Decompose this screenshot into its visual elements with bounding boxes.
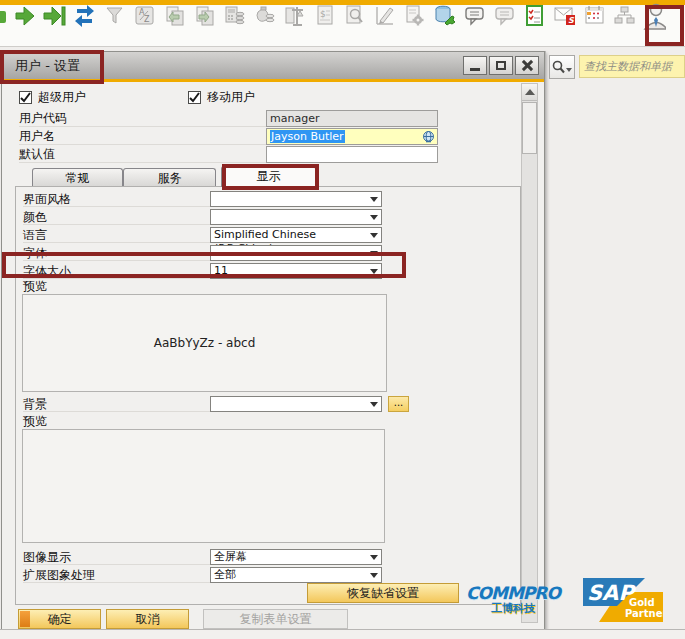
copy-form-settings-button: 复制表单设置 bbox=[203, 609, 348, 629]
commpro-logo: COMMPRO 工博科技 bbox=[458, 583, 568, 616]
font-size-dropdown[interactable]: 11 bbox=[210, 263, 382, 279]
tab-general[interactable]: 常规 bbox=[32, 168, 123, 187]
globe-icon[interactable] bbox=[422, 130, 435, 147]
image-display-label: 图像显示 bbox=[23, 549, 210, 565]
search-icon bbox=[552, 60, 565, 74]
preview-label: 预览 bbox=[23, 414, 47, 429]
chevron-down-icon bbox=[370, 251, 378, 256]
tab-display[interactable]: 显示 bbox=[221, 166, 316, 187]
svg-text:Z: Z bbox=[144, 15, 150, 24]
superuser-label: 超级用户 bbox=[38, 89, 86, 106]
color-dropdown[interactable] bbox=[210, 209, 382, 225]
org-chart-icon[interactable] bbox=[613, 1, 636, 31]
gross-profit-icon[interactable] bbox=[253, 1, 276, 31]
ext-image-dropdown[interactable]: 全部 bbox=[210, 567, 382, 583]
maximize-button[interactable] bbox=[489, 56, 513, 75]
mobile-user-label: 移动用户 bbox=[207, 89, 255, 106]
toolbar: AZ $ bbox=[0, 0, 685, 47]
print-preview-search-icon[interactable] bbox=[343, 1, 366, 31]
copy-from-document-icon[interactable] bbox=[163, 1, 186, 31]
language-dropdown[interactable]: Simplified Chinese (P.R.China) bbox=[210, 227, 382, 243]
ok-button[interactable]: 确定 bbox=[18, 609, 101, 629]
chevron-down-icon bbox=[370, 197, 378, 202]
sap-gold-partner-logo: SAP Gold Partner bbox=[583, 574, 663, 629]
background-dropdown[interactable] bbox=[210, 396, 382, 412]
user-name-label: 用户名 bbox=[19, 128, 266, 145]
maximize-icon bbox=[496, 61, 506, 70]
query-tools-icon[interactable] bbox=[433, 1, 456, 31]
svg-text:Partner: Partner bbox=[625, 608, 663, 619]
font-preview-sample: AaBbYyZz - abcd bbox=[154, 336, 256, 350]
vertical-scrollbar[interactable] bbox=[521, 83, 538, 623]
chevron-down-icon bbox=[370, 402, 378, 407]
font-size-label: 字体大小 bbox=[23, 263, 210, 279]
color-label: 颜色 bbox=[23, 209, 210, 225]
svg-text:$: $ bbox=[320, 9, 326, 19]
user-setup-dialog: 用户 - 设置 超级用户 移动用户 用户代码 manager 用户名 Jayso… bbox=[1, 51, 545, 630]
ui-style-dropdown[interactable] bbox=[210, 191, 382, 207]
chevron-down-icon bbox=[370, 269, 378, 274]
close-icon bbox=[522, 60, 533, 71]
prev-arrow-fragment-icon[interactable] bbox=[0, 11, 6, 23]
balance-scales-icon[interactable] bbox=[283, 1, 306, 31]
filter-icon[interactable] bbox=[103, 1, 126, 31]
chevron-down-icon bbox=[370, 573, 378, 578]
preview-label: 预览 bbox=[23, 279, 47, 294]
edit-chart-icon[interactable] bbox=[373, 1, 396, 31]
cancel-button[interactable]: 取消 bbox=[106, 609, 189, 629]
default-label: 默认值 bbox=[19, 146, 266, 163]
minimize-button[interactable] bbox=[463, 56, 487, 75]
svg-text:Gold: Gold bbox=[629, 597, 655, 608]
ext-image-label: 扩展图象处理 bbox=[23, 567, 210, 583]
journal-entry-icon[interactable]: $ bbox=[313, 1, 336, 31]
calendar-icon[interactable] bbox=[583, 1, 606, 31]
checkbox-checked-icon bbox=[188, 91, 201, 104]
next-record-icon[interactable] bbox=[13, 1, 36, 31]
ok-focus-accent bbox=[20, 611, 30, 627]
user-code-label: 用户代码 bbox=[19, 110, 266, 127]
display-tab-content: 界面风格 颜色 语言 Simplified Chinese (P.R.China… bbox=[15, 186, 521, 605]
font-label: 字体 bbox=[23, 245, 210, 261]
user-code-field: manager bbox=[266, 110, 438, 127]
font-dropdown[interactable] bbox=[210, 245, 382, 261]
chevron-down-icon bbox=[370, 233, 378, 238]
refresh-icon[interactable] bbox=[73, 1, 96, 31]
chevron-down-icon bbox=[370, 215, 378, 220]
language-label: 语言 bbox=[23, 227, 210, 243]
tab-services[interactable]: 服务 bbox=[123, 168, 216, 187]
background-browse-button[interactable]: ... bbox=[388, 396, 409, 412]
background-preview-box bbox=[22, 429, 385, 543]
copy-to-document-icon[interactable] bbox=[193, 1, 216, 31]
font-preview-box: AaBbYyZz - abcd bbox=[22, 294, 387, 392]
scrollbar-thumb[interactable] bbox=[522, 102, 537, 154]
alerts-icon[interactable] bbox=[493, 1, 516, 31]
user-settings-icon[interactable] bbox=[643, 1, 666, 31]
mobile-user-checkbox[interactable]: 移动用户 bbox=[188, 89, 255, 106]
sort-icon[interactable]: AZ bbox=[133, 1, 156, 31]
dialog-title: 用户 - 设置 bbox=[2, 57, 80, 75]
image-display-dropdown[interactable]: 全屏幕 bbox=[210, 549, 382, 565]
search-button[interactable] bbox=[549, 55, 575, 79]
payment-means-icon[interactable] bbox=[223, 1, 246, 31]
user-name-field[interactable]: Jayson Butler bbox=[266, 128, 438, 145]
chevron-down-icon bbox=[566, 68, 572, 72]
minimize-icon bbox=[470, 68, 480, 71]
close-button[interactable] bbox=[515, 56, 539, 75]
last-record-icon[interactable] bbox=[43, 1, 66, 31]
scroll-up-button[interactable] bbox=[522, 84, 537, 101]
selected-text: Jayson Butler bbox=[270, 130, 345, 143]
background-label: 背景 bbox=[23, 396, 210, 412]
superuser-checkbox[interactable]: 超级用户 bbox=[19, 89, 86, 106]
chevron-down-icon bbox=[370, 555, 378, 560]
mail-icon[interactable]: S bbox=[553, 1, 576, 31]
commpro-wordmark: COMMPRO bbox=[458, 583, 568, 603]
messages-icon[interactable] bbox=[463, 1, 486, 31]
default-field[interactable] bbox=[266, 146, 438, 163]
checklist-icon[interactable] bbox=[523, 1, 546, 31]
status-strip bbox=[0, 629, 685, 639]
checkbox-checked-icon bbox=[19, 91, 32, 104]
form-settings-icon[interactable] bbox=[403, 1, 426, 31]
search-input[interactable]: 查找主数据和单据 bbox=[579, 55, 685, 78]
restore-defaults-button[interactable]: 恢复缺省设置 bbox=[307, 583, 459, 603]
ui-style-label: 界面风格 bbox=[23, 191, 210, 207]
